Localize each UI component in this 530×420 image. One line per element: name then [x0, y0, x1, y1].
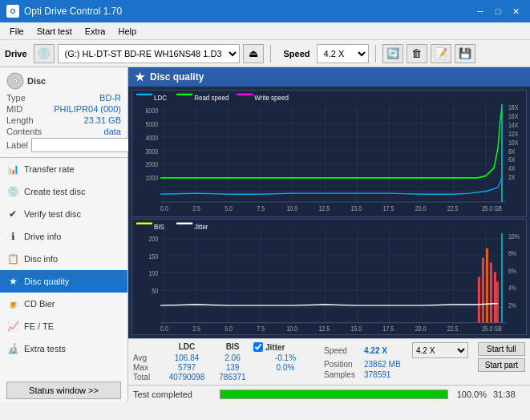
svg-text:12X: 12X: [508, 130, 519, 138]
svg-text:15.0: 15.0: [351, 325, 362, 333]
disc-contents-row: Contents data: [6, 127, 121, 136]
sidebar-item-transfer-rate[interactable]: 📊 Transfer rate: [0, 158, 127, 180]
stats-avg-jitter: -0.1%: [253, 353, 318, 362]
window-controls: ─ □ ✕: [472, 4, 524, 18]
extra-tests-icon: 🔬: [6, 342, 19, 355]
sidebar-item-cd-bier[interactable]: 🍺 CD Bier: [0, 293, 127, 315]
start-full-button[interactable]: Start full: [478, 342, 525, 356]
minimize-button[interactable]: ─: [472, 4, 488, 18]
svg-rect-58: [132, 220, 526, 334]
chart1-container: LDC Read speed Write speed: [131, 90, 527, 217]
disc-label-input[interactable]: [31, 138, 138, 152]
charts-area: LDC Read speed Write speed: [128, 87, 530, 338]
svg-text:2X: 2X: [508, 174, 516, 182]
svg-text:150: 150: [148, 252, 158, 260]
sidebar-item-cd-bier-label: CD Bier: [24, 299, 55, 309]
sidebar-item-create-test-disc[interactable]: 💿 Create test disc: [0, 180, 127, 203]
close-button[interactable]: ✕: [508, 4, 524, 18]
progress-time: 31:38: [493, 390, 525, 399]
speed-select[interactable]: 4.2 X: [317, 44, 369, 63]
speed-select-stats[interactable]: 4.2 X: [412, 342, 468, 358]
svg-text:16X: 16X: [508, 112, 519, 120]
stats-avg-ldc: 106.84: [162, 353, 212, 362]
nav-items: 📊 Transfer rate 💿 Create test disc ✔ Ver…: [0, 158, 127, 378]
stats-col-jitter: Jitter: [265, 343, 285, 352]
disc-icon: [6, 72, 24, 90]
sidebar-item-verify-test-disc[interactable]: ✔ Verify test disc: [0, 203, 127, 225]
erase-button[interactable]: 🗑: [407, 44, 427, 63]
sidebar-item-extra-tests[interactable]: 🔬 Extra tests: [0, 337, 127, 360]
right-panel: ★ Disc quality LDC Read speed Write spee…: [128, 67, 530, 402]
transfer-rate-icon: 📊: [6, 163, 19, 176]
disc-section-title: Disc: [27, 76, 46, 86]
disc-info-section: Disc Type BD-R MID PHILIPR04 (000) Lengt…: [0, 67, 127, 158]
svg-text:10X: 10X: [508, 139, 519, 147]
samples-value: 378591: [364, 370, 436, 379]
stats-total-ldc: 40790098: [162, 373, 212, 382]
speed-value-stats: 4.22 X: [364, 346, 412, 355]
svg-text:5.0: 5.0: [225, 325, 233, 333]
disc-length-key: Length: [6, 115, 34, 125]
disc-length-value: 23.31 GB: [84, 115, 121, 125]
svg-text:12.5: 12.5: [318, 325, 330, 333]
drive-select[interactable]: (G:) HL-DT-ST BD-RE WH16NS48 1.D3: [58, 44, 240, 63]
disc-length-row: Length 23.31 GB: [6, 115, 121, 125]
disc-contents-value: data: [104, 127, 121, 136]
sidebar-item-drive-info[interactable]: ℹ Drive info: [0, 225, 127, 248]
toolbar-separator: [270, 45, 271, 63]
drive-icon-btn[interactable]: 💿: [34, 44, 55, 63]
menu-start-test[interactable]: Start test: [30, 25, 79, 38]
stats-section: LDC BIS Jitter Avg 106.84 2.06 -0.1%: [128, 338, 530, 385]
save-button[interactable]: 💾: [455, 44, 475, 63]
start-part-button[interactable]: Start part: [478, 358, 525, 372]
svg-text:0.0: 0.0: [160, 204, 168, 212]
menu-help[interactable]: Help: [111, 25, 143, 38]
cd-bier-icon: 🍺: [6, 297, 19, 310]
svg-text:12.5: 12.5: [318, 204, 330, 212]
eject-button[interactable]: ⏏: [243, 44, 264, 63]
svg-rect-59: [136, 223, 152, 224]
maximize-button[interactable]: □: [490, 4, 506, 18]
sidebar-item-disc-quality[interactable]: ★ Disc quality: [0, 270, 127, 293]
svg-text:0.0: 0.0: [160, 325, 168, 333]
app-title: Opti Drive Control 1.70: [24, 6, 122, 17]
svg-text:Read speed: Read speed: [194, 93, 229, 102]
sidebar-item-fe-te[interactable]: 📈 FE / TE: [0, 315, 127, 337]
samples-label: Samples: [324, 370, 364, 379]
svg-point-2: [14, 80, 16, 82]
chart2-svg: BIS Jitter: [132, 220, 526, 334]
disc-mid-value: PHILIPR04 (000): [54, 104, 121, 114]
disc-label-row: Label ⚙: [6, 138, 121, 152]
disc-mid-row: MID PHILIPR04 (000): [6, 104, 121, 114]
sidebar-item-fe-te-label: FE / TE: [24, 321, 54, 331]
svg-text:15.0: 15.0: [351, 204, 362, 212]
disc-type-key: Type: [6, 93, 26, 103]
menu-file[interactable]: File: [3, 25, 30, 38]
svg-text:4%: 4%: [508, 285, 516, 293]
svg-text:Write speed: Write speed: [254, 93, 289, 102]
title-bar: O Opti Drive Control 1.70 ─ □ ✕: [0, 0, 530, 22]
svg-text:17.5: 17.5: [383, 325, 394, 333]
svg-text:7.5: 7.5: [257, 325, 265, 333]
svg-text:50: 50: [152, 287, 158, 295]
sidebar-item-transfer-rate-label: Transfer rate: [24, 164, 75, 174]
drive-info-icon: ℹ: [6, 230, 19, 243]
write-button[interactable]: 📝: [431, 44, 451, 63]
svg-text:20.0: 20.0: [415, 325, 427, 333]
sidebar-item-disc-info[interactable]: 📋 Disc info: [0, 248, 127, 270]
svg-text:GB: GB: [494, 325, 502, 333]
svg-text:1000: 1000: [145, 175, 158, 183]
stats-max-jitter: 0.0%: [253, 363, 318, 372]
create-test-disc-icon: 💿: [6, 185, 19, 198]
jitter-checkbox[interactable]: [253, 342, 263, 352]
svg-text:10.0: 10.0: [286, 325, 297, 333]
svg-text:6%: 6%: [508, 267, 516, 275]
menu-bar: File Start test Extra Help: [0, 22, 530, 40]
svg-text:2.5: 2.5: [192, 204, 200, 212]
sidebar-item-verify-test-disc-label: Verify test disc: [24, 209, 81, 219]
refresh-button[interactable]: 🔄: [382, 44, 403, 63]
menu-extra[interactable]: Extra: [79, 25, 112, 38]
status-window-button[interactable]: Status window >>: [6, 382, 121, 399]
progress-bar-fill: [220, 390, 447, 398]
progress-bar-container: [220, 390, 448, 399]
